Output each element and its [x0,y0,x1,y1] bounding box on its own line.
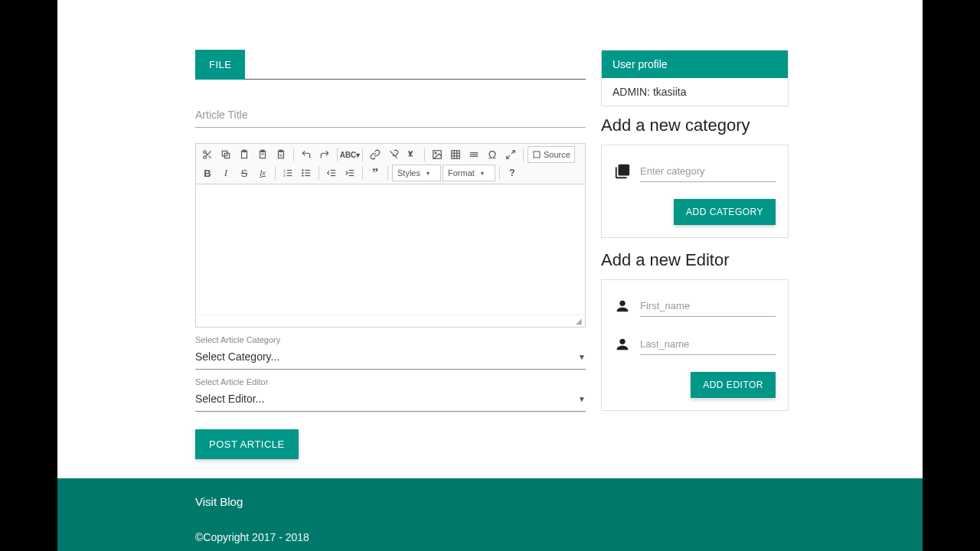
footer: Visit Blog ©Copyright 2017 - 2018 [57,478,923,551]
user-profile-card: User profile ADMIN: tkasiita [601,50,789,106]
add-category-title: Add a new category [601,116,789,135]
bullet-list-icon[interactable] [298,165,315,181]
redo-icon[interactable] [316,146,333,163]
editor-toolbar: W ABC▾ [196,144,585,184]
footer-copyright: ©Copyright 2017 - 2018 [195,531,900,543]
svg-line-4 [206,153,207,155]
editor-resize-handle[interactable]: ◢ [196,315,585,327]
article-title-input[interactable] [195,103,586,128]
maximize-icon[interactable] [502,146,519,163]
richtext-editor: W ABC▾ [195,143,586,328]
category-field-label: Select Article Category [195,335,586,344]
add-category-button[interactable]: ADD CATEGORY [674,199,776,225]
remove-format-icon[interactable]: Ix [254,165,271,181]
undo-icon[interactable] [298,146,315,163]
file-tab[interactable]: FILE [195,50,245,80]
svg-point-48 [619,301,625,306]
italic-icon[interactable]: I [217,165,234,181]
first-name-input[interactable] [640,295,776,317]
image-icon[interactable] [429,146,446,163]
svg-line-3 [208,155,211,158]
help-icon[interactable]: ? [504,165,521,181]
user-profile-value: ADMIN: tkasiita [602,78,788,106]
svg-point-40 [302,172,303,173]
library-icon [614,163,631,180]
tabs: FILE [195,50,586,80]
svg-rect-19 [452,151,460,159]
caret-down-icon: ▼ [578,353,586,361]
editor-field-label: Select Article Editor [195,377,586,386]
svg-text:3: 3 [283,174,286,178]
cut-icon[interactable] [199,146,216,163]
svg-point-39 [302,170,303,171]
bold-icon[interactable]: B [199,165,216,181]
numbered-list-icon[interactable]: 123 [279,165,296,181]
editor-content-area[interactable] [196,184,585,315]
add-category-card: ADD CATEGORY [601,145,789,238]
format-select[interactable]: Format [443,165,495,181]
last-name-input[interactable] [640,334,776,355]
paste-word-icon[interactable]: W [273,146,289,163]
category-input[interactable] [640,161,776,182]
editor-select[interactable]: Select Editor... ▼ [195,386,586,412]
article-form: FILE W [195,50,586,459]
svg-point-41 [302,175,303,176]
svg-rect-16 [408,155,413,156]
visit-blog-link[interactable]: Visit Blog [195,495,900,508]
svg-point-1 [204,156,207,159]
add-editor-button[interactable]: ADD EDITOR [691,372,776,398]
sidebar: User profile ADMIN: tkasiita Add a new c… [601,50,789,459]
hr-icon[interactable] [466,146,482,163]
caret-down-icon: ▼ [578,395,586,403]
person-icon [614,298,631,315]
paste-text-icon[interactable] [254,146,271,163]
copy-icon[interactable] [217,146,234,163]
spellcheck-icon[interactable]: ABC▾ [341,146,358,163]
svg-line-27 [511,151,514,154]
unlink-icon[interactable] [385,146,402,163]
svg-point-0 [204,151,207,154]
svg-point-18 [435,152,436,154]
svg-text:W: W [279,154,283,158]
post-article-button[interactable]: POST ARTICLE [195,429,299,459]
svg-line-15 [390,151,397,158]
specialchar-icon[interactable]: Ω [484,146,501,163]
indent-icon[interactable] [341,165,358,181]
blockquote-icon[interactable]: ” [367,165,384,181]
link-icon[interactable] [367,146,384,163]
anchor-icon[interactable] [403,146,420,163]
source-button[interactable]: Source [528,146,575,163]
svg-line-28 [507,155,510,158]
add-editor-card: ADD EDITOR [601,279,789,411]
svg-rect-29 [534,152,540,158]
category-select[interactable]: Select Category... ▼ [195,344,586,370]
add-editor-title: Add a new Editor [601,250,789,270]
svg-point-49 [619,339,625,344]
paste-icon[interactable] [236,146,253,163]
user-profile-header: User profile [602,51,788,78]
person-icon [614,336,631,353]
outdent-icon[interactable] [323,165,340,181]
strike-icon[interactable]: S [236,165,253,181]
styles-select[interactable]: Styles [392,165,441,181]
table-icon[interactable] [447,146,464,163]
